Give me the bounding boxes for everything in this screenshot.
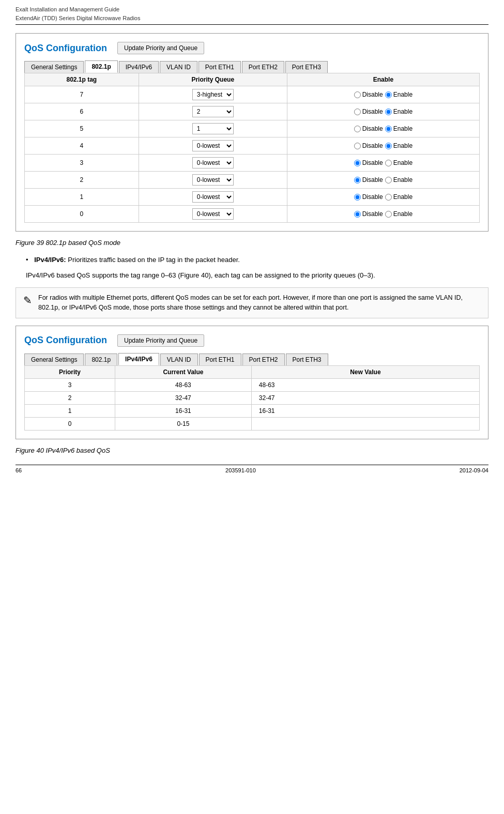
radio-enable-1[interactable] xyxy=(385,109,392,115)
cell-queue-1[interactable]: 3-highest210-lowest xyxy=(139,103,287,120)
table-row: 73-highest210-lowest Disable Enable xyxy=(25,86,480,103)
cell-new-value-3[interactable] xyxy=(251,417,479,430)
figure2-container: QoS Configuration Update Priority and Qu… xyxy=(16,326,488,439)
cell-enable-6[interactable]: Disable Enable xyxy=(287,189,479,206)
qos-title-1: QoS Configuration xyxy=(24,43,107,54)
radio-enable-5[interactable] xyxy=(385,177,392,183)
col-header-enable: Enable xyxy=(287,73,479,86)
cell-new-value-2[interactable] xyxy=(251,404,479,417)
radio-disable-1[interactable] xyxy=(354,109,361,115)
radio-enable-7[interactable] xyxy=(385,211,392,218)
table-row: 33-highest210-lowest Disable Enable xyxy=(25,155,480,172)
figure2-caption: Figure 40 IPv4/IPv6 based QoS xyxy=(16,447,488,454)
cell-enable-0[interactable]: Disable Enable xyxy=(287,86,479,103)
col-header-current-value: Current Value xyxy=(115,365,252,378)
header-line2: ExtendAir (TDD) Series Digital Microwave… xyxy=(16,14,488,23)
tab-port-eth1-1[interactable]: Port ETH1 xyxy=(198,61,241,73)
cell-current-2: 16-31 xyxy=(115,404,252,417)
new-value-input-0[interactable] xyxy=(259,381,472,389)
radio-disable-3[interactable] xyxy=(354,143,361,149)
cell-current-0: 48-63 xyxy=(115,378,252,391)
cell-queue-3[interactable]: 3-highest210-lowest xyxy=(139,137,287,155)
note-box: ✎ For radios with multiple Ethernet port… xyxy=(16,287,488,318)
cell-tag-7: 0 xyxy=(25,206,139,223)
qos-header-1: QoS Configuration Update Priority and Qu… xyxy=(24,42,480,54)
table-row: 348-63 xyxy=(25,378,480,391)
cell-queue-2[interactable]: 3-highest210-lowest xyxy=(139,120,287,137)
cell-current-1: 32-47 xyxy=(115,391,252,404)
note-icon: ✎ xyxy=(23,294,32,306)
queue-select-3[interactable]: 3-highest210-lowest xyxy=(192,140,234,151)
cell-new-value-1[interactable] xyxy=(251,391,479,404)
update-priority-btn-2[interactable]: Update Priority and Queue xyxy=(117,334,204,347)
tab-port-eth2-1[interactable]: Port ETH2 xyxy=(242,61,284,73)
table-row: 13-highest210-lowest Disable Enable xyxy=(25,189,480,206)
radio-disable-7[interactable] xyxy=(354,211,361,218)
radio-enable-6[interactable] xyxy=(385,194,392,201)
tab-general-settings-2[interactable]: General Settings xyxy=(24,354,84,365)
cell-enable-4[interactable]: Disable Enable xyxy=(287,155,479,172)
queue-select-2[interactable]: 3-highest210-lowest xyxy=(192,123,234,134)
802-1p-table: 802.1p tag Priority Queue Enable 73-high… xyxy=(24,73,480,223)
tab-802-1p-1[interactable]: 802.1p xyxy=(85,60,117,73)
tab-802-1p-2[interactable]: 802.1p xyxy=(85,354,117,365)
cell-enable-2[interactable]: Disable Enable xyxy=(287,120,479,137)
radio-enable-4[interactable] xyxy=(385,160,392,166)
tab-vlan-id-2[interactable]: VLAN ID xyxy=(160,354,198,365)
queue-select-6[interactable]: 3-highest210-lowest xyxy=(192,191,234,203)
new-value-input-2[interactable] xyxy=(259,407,472,414)
cell-enable-3[interactable]: Disable Enable xyxy=(287,137,479,155)
queue-select-0[interactable]: 3-highest210-lowest xyxy=(192,89,234,100)
queue-select-7[interactable]: 3-highest210-lowest xyxy=(192,208,234,220)
table-row: 53-highest210-lowest Disable Enable xyxy=(25,120,480,137)
cell-priority-0: 3 xyxy=(25,378,115,391)
cell-new-value-0[interactable] xyxy=(251,378,479,391)
radio-enable-3[interactable] xyxy=(385,143,392,149)
update-priority-btn-1[interactable]: Update Priority and Queue xyxy=(117,42,204,54)
tabs-row-1: General Settings 802.1p IPv4/IPv6 VLAN I… xyxy=(24,60,480,73)
cell-queue-5[interactable]: 3-highest210-lowest xyxy=(139,172,287,189)
queue-select-4[interactable]: 3-highest210-lowest xyxy=(192,157,234,168)
cell-queue-7[interactable]: 3-highest210-lowest xyxy=(139,206,287,223)
radio-enable-0[interactable] xyxy=(385,91,392,98)
queue-select-5[interactable]: 3-highest210-lowest xyxy=(192,174,234,186)
tab-ipv4ipv6-2[interactable]: IPv4/IPv6 xyxy=(118,353,159,365)
header-line1: Exalt Installation and Management Guide xyxy=(16,5,488,14)
body-paragraph: IPv4/IPv6 based QoS supports the tag ran… xyxy=(26,270,488,281)
radio-enable-2[interactable] xyxy=(385,126,392,132)
radio-disable-2[interactable] xyxy=(354,126,361,132)
cell-queue-4[interactable]: 3-highest210-lowest xyxy=(139,155,287,172)
cell-tag-6: 1 xyxy=(25,189,139,206)
cell-tag-5: 2 xyxy=(25,172,139,189)
cell-priority-1: 2 xyxy=(25,391,115,404)
note-text: For radios with multiple Ethernet ports,… xyxy=(38,293,481,313)
radio-disable-0[interactable] xyxy=(354,91,361,98)
tab-port-eth3-2[interactable]: Port ETH3 xyxy=(286,354,328,365)
body-bullet: IPv4/IPv6: Prioritizes traffic based on … xyxy=(16,255,488,265)
tab-port-eth3-1[interactable]: Port ETH3 xyxy=(285,61,328,73)
cell-enable-1[interactable]: Disable Enable xyxy=(287,103,479,120)
cell-tag-1: 6 xyxy=(25,103,139,120)
cell-tag-0: 7 xyxy=(25,86,139,103)
tab-general-settings-1[interactable]: General Settings xyxy=(24,61,84,73)
radio-disable-5[interactable] xyxy=(354,177,361,183)
cell-current-3: 0-15 xyxy=(115,417,252,430)
col-header-queue: Priority Queue xyxy=(139,73,287,86)
queue-select-1[interactable]: 3-highest210-lowest xyxy=(192,106,234,117)
new-value-input-1[interactable] xyxy=(259,394,472,402)
tab-port-eth1-2[interactable]: Port ETH1 xyxy=(199,354,241,365)
tab-port-eth2-2[interactable]: Port ETH2 xyxy=(242,354,285,365)
cell-enable-7[interactable]: Disable Enable xyxy=(287,206,479,223)
tab-ipv4ipv6-1[interactable]: IPv4/IPv6 xyxy=(119,61,159,73)
cell-queue-6[interactable]: 3-highest210-lowest xyxy=(139,189,287,206)
radio-disable-4[interactable] xyxy=(354,160,361,166)
cell-enable-5[interactable]: Disable Enable xyxy=(287,172,479,189)
tab-vlan-id-1[interactable]: VLAN ID xyxy=(160,61,197,73)
new-value-input-3[interactable] xyxy=(259,420,472,427)
qos-header-2: QoS Configuration Update Priority and Qu… xyxy=(24,334,480,347)
col-header-new-value: New Value xyxy=(251,365,479,378)
radio-disable-6[interactable] xyxy=(354,194,361,201)
table-row: 63-highest210-lowest Disable Enable xyxy=(25,103,480,120)
cell-queue-0[interactable]: 3-highest210-lowest xyxy=(139,86,287,103)
col-header-priority: Priority xyxy=(25,365,115,378)
